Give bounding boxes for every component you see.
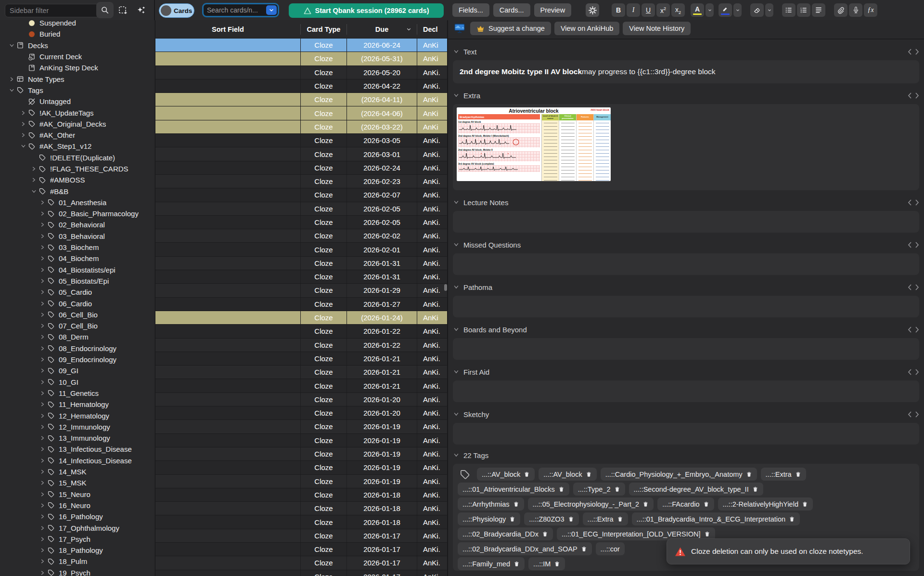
tag-pill[interactable]: ...::02_Bradycardia_DDx_and_SOAP — [458, 542, 592, 555]
table-row[interactable]: Cloze2026-01-18AnKi. — [155, 502, 448, 515]
table-row[interactable]: Cloze2026-01-20AnKi. — [155, 393, 448, 406]
sidebar-item-01-anesthesia[interactable]: 01_Anesthesia — [0, 197, 154, 208]
sidebar-item-16-pathology[interactable]: 16_Pathology — [0, 511, 154, 522]
tag-pill[interactable]: ...::Second-degree_AV_block_type_II — [629, 483, 763, 496]
sidebar-item-untagged[interactable]: Untagged — [0, 96, 154, 107]
chevron-down-icon[interactable] — [453, 452, 460, 458]
tag-pill[interactable]: ...::Type_2 — [573, 483, 625, 496]
html-editor-icon[interactable] — [908, 327, 919, 333]
delete-tag-icon[interactable] — [542, 531, 548, 537]
field-header[interactable]: Lecture Notes — [453, 196, 919, 209]
table-row[interactable]: Cloze2026-01-21AnKi. — [155, 352, 448, 366]
field-header[interactable]: Pathoma — [453, 280, 919, 294]
sidebar-item-tags[interactable]: Tags — [0, 85, 154, 96]
delete-tag-icon[interactable] — [752, 486, 758, 493]
sidebar-item-03-biochem[interactable]: 03_Biochem — [0, 242, 154, 253]
sidebar-item-11-genetics[interactable]: 11_Genetics — [0, 388, 154, 399]
chevron-right-icon[interactable] — [38, 401, 47, 407]
table-row[interactable]: Cloze2026-06-24AnKi — [155, 39, 448, 52]
table-row[interactable]: Cloze2026-01-21AnKi. — [155, 366, 448, 379]
chevron-right-icon[interactable] — [38, 435, 47, 441]
field-header[interactable]: First Aid — [453, 365, 919, 379]
ankihub-image-button[interactable] — [452, 21, 467, 36]
table-row[interactable]: Cloze2026-01-19AnKi. — [155, 461, 448, 474]
sidebar-item-ak-updatetags[interactable]: !AK_UpdateTags — [0, 107, 154, 118]
chevron-down-icon[interactable] — [453, 284, 460, 290]
tag-pill[interactable]: ...::Arrhythmias — [458, 497, 524, 511]
chevron-right-icon[interactable] — [38, 469, 47, 475]
sidebar-item-12-immunology[interactable]: 12_Immunology — [0, 421, 154, 432]
delete-tag-icon[interactable] — [802, 501, 808, 508]
extra-field-image[interactable]: Atrioventricular block AKA heart block B… — [457, 107, 611, 181]
delete-tag-icon[interactable] — [703, 501, 709, 508]
chevron-right-icon[interactable] — [38, 345, 47, 352]
chevron-right-icon[interactable] — [38, 199, 47, 206]
tag-pill[interactable]: ...::Physiology — [458, 512, 520, 525]
chevron-down-icon[interactable] — [453, 326, 460, 333]
table-row[interactable]: Cloze2026-01-31AnKi. — [155, 257, 448, 270]
bold-button[interactable]: B — [612, 3, 625, 17]
sidebar-item-14-infectious-disease[interactable]: 14_Infectious_Disease — [0, 455, 154, 466]
delete-tag-icon[interactable] — [513, 501, 519, 508]
chevron-right-icon[interactable] — [29, 177, 38, 183]
sidebar-item-08-endocrinology[interactable]: 08_Endocrinology — [0, 343, 154, 354]
table-row[interactable]: Cloze2026-01-19AnKi. — [155, 420, 448, 433]
delete-tag-icon[interactable] — [617, 516, 623, 523]
preview-button[interactable]: Preview — [534, 3, 572, 17]
delete-tag-icon[interactable] — [568, 516, 574, 523]
html-editor-icon[interactable] — [908, 49, 919, 55]
chevron-right-icon[interactable] — [38, 278, 47, 284]
sidebar-item-11-hematology[interactable]: 11_Hematology — [0, 399, 154, 410]
settings-button[interactable] — [586, 3, 599, 17]
tag-pill[interactable]: ...::01_Atrioventricular_Blocks — [458, 483, 569, 496]
sidebar-item-flag-these-cards[interactable]: !FLAG_THESE_CARDS — [0, 163, 154, 174]
tag-pill[interactable]: ...::IM — [528, 557, 565, 570]
sidebar-item-06-cardio[interactable]: 06_Cardio — [0, 298, 154, 309]
tag-pill[interactable]: ...::Extra — [583, 512, 628, 525]
sidebar-item-note-types[interactable]: Note Types — [0, 73, 154, 84]
sidebar-item-02-behavioral[interactable]: 02_Behavioral — [0, 219, 154, 230]
sidebar-item-ak-other[interactable]: #AK_Other — [0, 130, 154, 141]
sidebar-item-15-neuro[interactable]: 15_Neuro — [0, 488, 154, 499]
chevron-right-icon[interactable] — [18, 132, 28, 138]
table-row[interactable]: Cloze2026-01-17AnKi. — [155, 570, 448, 576]
sidebar-search-button[interactable] — [96, 2, 114, 18]
alignment-button[interactable] — [812, 3, 825, 17]
underline-button[interactable]: U — [642, 3, 655, 17]
delete-tag-icon[interactable] — [642, 501, 649, 508]
chevron-right-icon[interactable] — [38, 244, 47, 250]
table-row[interactable]: Cloze2026-01-17AnKi. — [155, 529, 448, 543]
chevron-right-icon[interactable] — [38, 222, 47, 228]
sidebar-item-16-neuro[interactable]: 16_Neuro — [0, 500, 154, 511]
suggest-change-button[interactable]: Suggest a change — [470, 22, 551, 35]
delete-tag-icon[interactable] — [581, 546, 587, 552]
chevron-right-icon[interactable] — [38, 502, 47, 509]
table-row[interactable]: Cloze2026-02-24AnKi. — [155, 161, 448, 175]
sidebar-item-02-basic-pharmacology[interactable]: 02_Basic_Pharmacology — [0, 208, 154, 219]
sidebar-item-08-derm[interactable]: 08_Derm — [0, 331, 154, 342]
table-row[interactable]: Cloze(2026-01-24)AnKi — [155, 311, 448, 325]
highlight-button[interactable] — [719, 3, 732, 17]
tag-pill[interactable]: ...::cor — [596, 542, 625, 555]
table-row[interactable]: Cloze(2026-04-11)AnKi — [155, 93, 448, 106]
field-header[interactable]: Missed Questions — [453, 238, 919, 251]
chevron-right-icon[interactable] — [38, 513, 47, 520]
table-row[interactable]: Cloze2026-01-22AnKi. — [155, 325, 448, 338]
chevron-right-icon[interactable] — [38, 458, 47, 464]
cards-button[interactable]: Cards... — [493, 3, 530, 17]
sidebar-item-09-endocrinology[interactable]: 09_Endocrinology — [0, 354, 154, 365]
field-content-empty[interactable] — [453, 253, 919, 275]
chevron-right-icon[interactable] — [38, 233, 47, 239]
chevron-down-icon[interactable] — [18, 143, 28, 149]
delete-tag-icon[interactable] — [704, 531, 710, 537]
chevron-right-icon[interactable] — [38, 446, 47, 452]
sidebar-item-17-psych[interactable]: 17_Psych — [0, 534, 154, 545]
sidebar-item-03-behavioral[interactable]: 03_Behavioral — [0, 231, 154, 242]
tag-pill[interactable]: ...::Family_med — [458, 557, 525, 570]
table-row[interactable]: Cloze2026-01-20AnKi. — [155, 406, 448, 420]
delete-tag-icon[interactable] — [554, 561, 560, 567]
chevron-right-icon[interactable] — [38, 289, 47, 295]
delete-tag-icon[interactable] — [789, 516, 795, 523]
table-row[interactable]: Cloze2026-01-27AnKi. — [155, 298, 448, 311]
field-extra-header[interactable]: Extra — [453, 89, 919, 102]
